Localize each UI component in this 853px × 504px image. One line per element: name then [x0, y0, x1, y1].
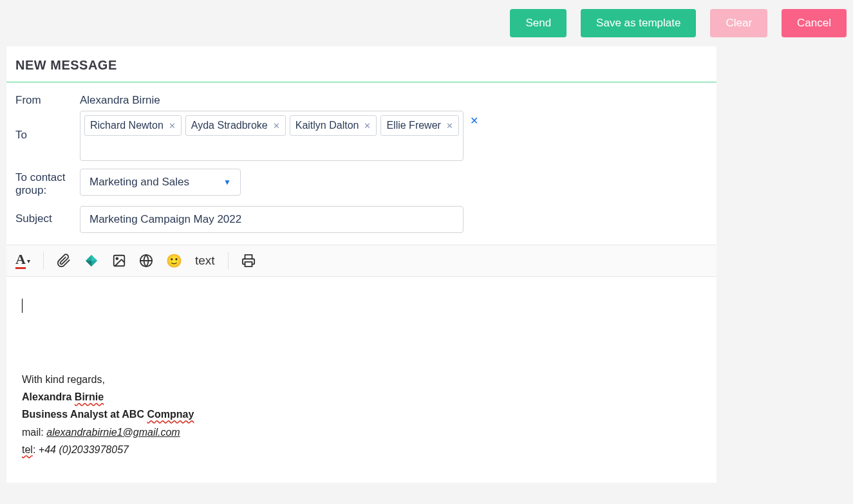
- recipient-tag[interactable]: Ellie Frewer ✕: [380, 115, 458, 136]
- save-as-template-button[interactable]: Save as template: [581, 9, 696, 37]
- signature-role: Business Analyst at ABC: [22, 409, 144, 420]
- signature-tel-sep: :: [33, 444, 35, 455]
- print-icon[interactable]: [241, 254, 256, 268]
- text-cursor: [22, 299, 23, 313]
- to-row: To Richard Newton ✕ Ayda Stradbroke ✕ Ka…: [6, 107, 717, 161]
- font-format-icon[interactable]: A ▾: [15, 252, 30, 269]
- attachment-icon[interactable]: [57, 254, 71, 268]
- recipient-name: Ellie Frewer: [386, 120, 440, 131]
- recipient-tag[interactable]: Kaitlyn Dalton ✕: [290, 115, 377, 136]
- to-label: To: [15, 111, 80, 142]
- remove-recipient-icon[interactable]: ✕: [446, 121, 453, 131]
- top-toolbar: Send Save as template Clear Cancel: [0, 0, 853, 46]
- signature-company: Compnay: [147, 409, 194, 420]
- cancel-button[interactable]: Cancel: [782, 9, 847, 37]
- to-recipients-input[interactable]: Richard Newton ✕ Ayda Stradbroke ✕ Kaitl…: [80, 111, 464, 161]
- toolbar-separator: [228, 252, 229, 270]
- compose-panel: NEW MESSAGE From Alexandra Birnie To Ric…: [6, 46, 717, 483]
- from-value: Alexandra Birnie: [80, 88, 160, 107]
- remove-recipient-icon[interactable]: ✕: [169, 121, 176, 131]
- subject-label: Subject: [15, 206, 80, 225]
- svg-point-4: [116, 257, 118, 259]
- message-body-editor[interactable]: With kind regards, Alexandra Birnie Busi…: [6, 277, 717, 483]
- signature-mail-value: alexandrabirnie1@gmail.com: [46, 427, 180, 438]
- send-button[interactable]: Send: [510, 9, 567, 37]
- recipient-name: Ayda Stradbroke: [191, 120, 268, 131]
- chevron-down-icon: ▼: [223, 178, 231, 187]
- remove-recipient-icon[interactable]: ✕: [273, 121, 280, 131]
- clear-button[interactable]: Clear: [710, 9, 767, 37]
- emoji-icon[interactable]: 🙂: [166, 253, 182, 268]
- signature-name-last: Birnie: [75, 391, 104, 402]
- image-icon[interactable]: [112, 254, 126, 268]
- to-group-label: To contact group:: [15, 169, 80, 197]
- recipient-name: Richard Newton: [90, 120, 164, 131]
- globe-icon[interactable]: [139, 254, 153, 268]
- recipient-name: Kaitlyn Dalton: [295, 120, 359, 131]
- contact-group-dropdown[interactable]: Marketing and Sales ▼: [80, 169, 241, 196]
- svg-marker-2: [86, 261, 91, 266]
- recipient-tag[interactable]: Richard Newton ✕: [84, 115, 182, 136]
- from-row: From Alexandra Birnie: [6, 82, 717, 107]
- contact-group-value: Marketing and Sales: [89, 176, 189, 189]
- text-mode-button[interactable]: text: [195, 254, 215, 268]
- diamond-icon[interactable]: [84, 253, 99, 268]
- svg-marker-1: [91, 255, 97, 261]
- svg-rect-7: [245, 262, 252, 266]
- editor-toolbar: A ▾ 🙂 text: [6, 245, 717, 277]
- toolbar-separator: [43, 252, 44, 270]
- subject-input[interactable]: [80, 206, 464, 233]
- recipient-tag[interactable]: Ayda Stradbroke ✕: [185, 115, 286, 136]
- signature-block: With kind regards, Alexandra Birnie Busi…: [22, 371, 701, 458]
- signature-tel-value: +44 (0)2033978057: [39, 444, 129, 455]
- remove-recipient-icon[interactable]: ✕: [364, 121, 371, 131]
- clear-recipients-icon[interactable]: ✕: [469, 111, 478, 127]
- signature-tel-label: tel: [22, 444, 33, 455]
- subject-row: Subject: [6, 197, 717, 238]
- to-group-row: To contact group: Marketing and Sales ▼: [6, 161, 717, 197]
- from-label: From: [15, 88, 80, 107]
- signature-regards: With kind regards,: [22, 371, 701, 388]
- signature-name-first: Alexandra: [22, 391, 71, 402]
- panel-title: NEW MESSAGE: [6, 46, 717, 82]
- signature-mail-label: mail:: [22, 427, 44, 438]
